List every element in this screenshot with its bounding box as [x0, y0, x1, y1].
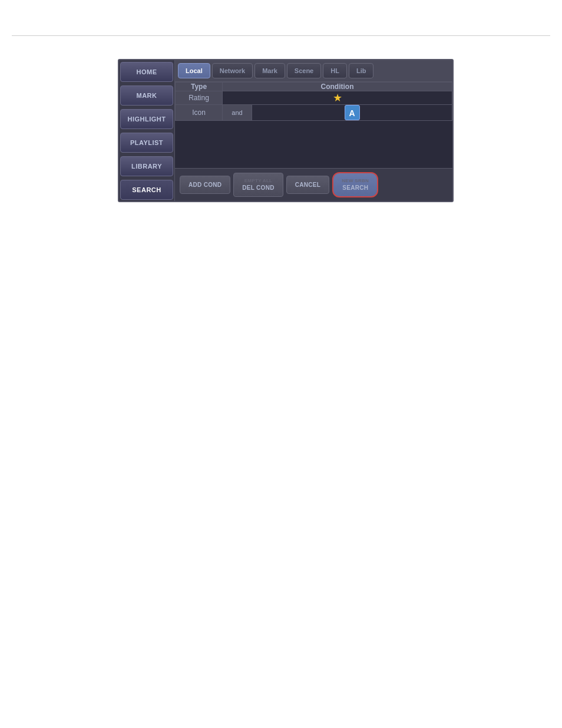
tab-lib[interactable]: Lib — [349, 63, 374, 78]
cancel-button[interactable]: CANCEL — [286, 176, 329, 194]
sidebar-item-home[interactable]: HOME — [120, 62, 173, 82]
empty-results-area — [175, 121, 452, 168]
row-label-rating: Rating — [176, 91, 223, 105]
sidebar-item-search[interactable]: SEARCH — [120, 180, 173, 200]
sidebar-item-playlist[interactable]: PLAYLIST — [120, 133, 173, 153]
tab-scene[interactable]: Scene — [287, 63, 321, 78]
condition-table: Type Condition Rating ★ Icon and — [175, 82, 452, 121]
del-cond-line1: EMPTY ALL — [244, 178, 273, 184]
add-cond-button[interactable]: ADD COND — [180, 176, 230, 194]
sidebar-item-mark[interactable]: MARK — [120, 85, 173, 106]
tab-local[interactable]: Local — [178, 63, 210, 78]
row-connector-and: and — [223, 105, 252, 121]
add-cond-line2: ADD COND — [189, 181, 222, 189]
star-icon: ★ — [333, 92, 342, 104]
sidebar-item-library[interactable]: LIBRARY — [120, 156, 173, 176]
main-panel: HOME MARK HIGHLIGHT PLAYLIST LIBRARY SEA… — [118, 59, 454, 202]
del-cond-line2: DEL COND — [242, 184, 274, 192]
top-divider — [12, 35, 550, 36]
row-value-icon: A — [252, 105, 452, 121]
icon-a-badge: A — [345, 105, 360, 120]
del-cond-button[interactable]: EMPTY ALL DEL COND — [233, 173, 283, 197]
search-line2: SEARCH — [342, 184, 368, 192]
tab-hl[interactable]: HL — [323, 63, 347, 78]
table-row: Icon and A — [176, 105, 452, 121]
tabs-row: Local Network Mark Scene HL Lib — [175, 60, 452, 82]
row-label-icon: Icon — [176, 105, 223, 121]
search-line1: NEW SRBN — [342, 178, 369, 184]
content-area: Local Network Mark Scene HL Lib Type Con… — [175, 60, 452, 201]
col-header-type: Type — [176, 83, 223, 91]
tab-network[interactable]: Network — [212, 63, 253, 78]
sidebar: HOME MARK HIGHLIGHT PLAYLIST LIBRARY SEA… — [119, 60, 175, 201]
bottom-toolbar: ADD COND EMPTY ALL DEL COND CANCEL — [175, 168, 452, 201]
col-header-condition: Condition — [223, 83, 452, 91]
sidebar-item-highlight[interactable]: HIGHLIGHT — [120, 109, 173, 129]
search-button[interactable]: NEW SRBN SEARCH — [332, 172, 378, 197]
tab-mark[interactable]: Mark — [254, 63, 285, 78]
row-value-rating: ★ — [223, 91, 452, 105]
cancel-line2: CANCEL — [295, 181, 320, 189]
table-row: Rating ★ — [176, 91, 452, 105]
